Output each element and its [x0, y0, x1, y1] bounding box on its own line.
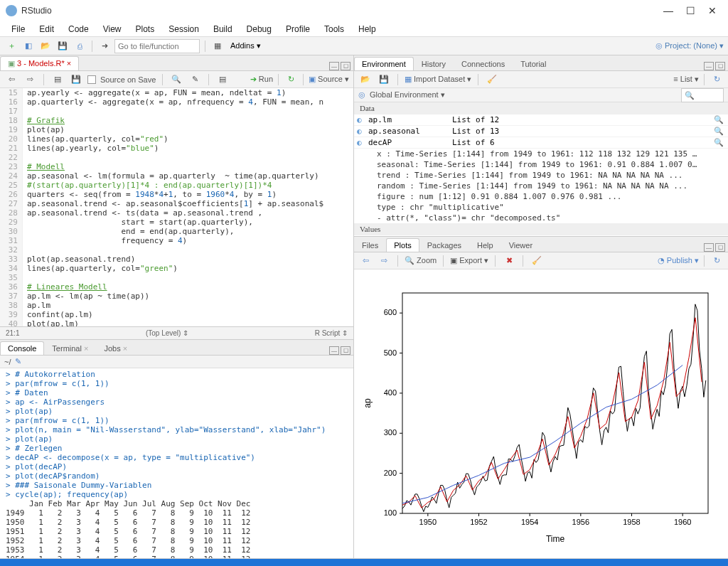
source-status-bar: 21:1 (Top Level) ⇕ R Script ⇕ [0, 326, 353, 339]
window-minimize-button[interactable]: — [663, 5, 673, 16]
file-type-selector[interactable]: R Script ⇕ [315, 329, 348, 337]
find-icon[interactable]: 🔍 [169, 73, 183, 87]
run-button[interactable]: ➔ Run [250, 75, 273, 84]
plots-tab-files[interactable]: Files [354, 238, 386, 252]
menu-session[interactable]: Session [163, 23, 205, 36]
forward-icon[interactable]: ⇨ [23, 73, 37, 87]
plots-tab-plots[interactable]: Plots [386, 238, 419, 252]
console-options-icon[interactable]: ✎ [15, 357, 21, 366]
open-file-icon[interactable]: 📂 [38, 39, 53, 53]
env-values-section: Values [354, 223, 728, 235]
wand-icon[interactable]: ✎ [188, 73, 202, 87]
plots-tab-viewer[interactable]: Viewer [501, 238, 540, 252]
close-tab-icon[interactable]: × [67, 59, 71, 68]
console-tab-console[interactable]: Console [0, 341, 44, 355]
new-file-icon[interactable]: ＋ [4, 39, 18, 53]
pane-maximize-icon[interactable]: ☐ [715, 243, 725, 252]
console-output[interactable]: > # Autokorrelation > par(mfrow = c(1, 1… [0, 368, 353, 558]
grid-icon[interactable]: ▦ [210, 39, 225, 53]
addins-menu[interactable]: Addins ▾ [228, 41, 264, 50]
window-close-button[interactable]: ✕ [708, 5, 717, 16]
svg-text:500: 500 [384, 348, 397, 357]
refresh-plot-icon[interactable]: ↻ [710, 254, 724, 268]
app-title: RStudio [21, 6, 52, 16]
save-source-icon[interactable]: 💾 [69, 73, 83, 87]
pane-minimize-icon[interactable]: — [329, 62, 339, 70]
compile-icon[interactable]: ▤ [215, 73, 230, 87]
main-toolbar: ＋ ◧ 📂 💾 ⎙ ➜ ▦ Addins ▾ ◎ Project: (None)… [0, 37, 728, 55]
svg-text:1954: 1954 [521, 518, 538, 526]
import-dataset-menu[interactable]: ▦ Import Dataset ▾ [405, 75, 471, 84]
source-tab[interactable]: ▣ 3 - Models.R* × [0, 56, 79, 70]
env-tab-connections[interactable]: Connections [454, 57, 513, 70]
back-icon[interactable]: ⇦ [4, 73, 18, 87]
plots-tab-help[interactable]: Help [469, 238, 501, 252]
menu-view[interactable]: View [97, 23, 127, 36]
pane-maximize-icon[interactable]: ☐ [341, 346, 350, 355]
menu-help[interactable]: Help [353, 23, 382, 36]
source-tabbar: ▣ 3 - Models.R* × —☐ [0, 55, 353, 71]
console-tab-jobs[interactable]: Jobs × [96, 341, 135, 355]
file-icon: ▣ [8, 59, 15, 68]
menu-profile[interactable]: Profile [280, 23, 316, 36]
title-bar: RStudio — ☐ ✕ [0, 0, 728, 21]
console-tab-terminal[interactable]: Terminal × [44, 341, 96, 355]
project-menu[interactable]: ◎ Project: (None) ▾ [655, 41, 724, 50]
export-menu[interactable]: ▣ Export ▾ [450, 256, 488, 265]
pane-minimize-icon[interactable]: — [704, 243, 714, 252]
broom-icon[interactable]: 🧹 [485, 73, 499, 87]
menu-build[interactable]: Build [208, 23, 238, 36]
clear-plots-icon[interactable]: 🧹 [530, 254, 544, 268]
list-view-menu[interactable]: ≡ List ▾ [673, 75, 699, 84]
refresh-env-icon[interactable]: ↻ [710, 73, 724, 87]
rerun-icon[interactable]: ↻ [284, 73, 298, 87]
source-toolbar: ⇦ ⇨ ▤ 💾 Source on Save 🔍 ✎ ▤ ➔ Run ↻ ▣ S… [0, 71, 353, 88]
menu-file[interactable]: File [6, 23, 31, 36]
remove-plot-icon[interactable]: ✖ [502, 254, 516, 268]
source-button[interactable]: ▣ Source ▾ [309, 75, 349, 84]
env-item[interactable]: ◐ap.seasonalList of 13🔍 [354, 126, 728, 137]
menu-edit[interactable]: Edit [33, 23, 60, 36]
window-maximize-button[interactable]: ☐ [686, 5, 695, 16]
plots-tab-packages[interactable]: Packages [419, 238, 469, 252]
env-detail-line: figure : num [1:12] 0.91 0.884 1.007 0.9… [354, 191, 728, 202]
env-scope-menu[interactable]: Global Environment ▾ [370, 90, 445, 100]
svg-text:1956: 1956 [572, 518, 589, 526]
env-detail-line: - attr(*, "class")= chr "decomposed.ts" [354, 213, 728, 223]
show-in-new-icon[interactable]: ▤ [50, 73, 65, 87]
save-env-icon[interactable]: 💾 [377, 73, 391, 87]
env-tab-history[interactable]: History [414, 57, 454, 70]
pane-maximize-icon[interactable]: ☐ [341, 62, 350, 70]
goto-arrow-icon[interactable]: ➜ [97, 39, 112, 53]
r-logo-icon: ◎ [358, 90, 365, 100]
menu-code[interactable]: Code [63, 23, 95, 36]
env-tab-environment[interactable]: Environment [354, 57, 414, 70]
menu-debug[interactable]: Debug [241, 23, 277, 36]
console-tabbar: ConsoleTerminal ×Jobs ×—☐ [0, 340, 353, 356]
publish-menu[interactable]: ◔ Publish ▾ [658, 256, 699, 265]
goto-file-input[interactable] [114, 39, 200, 53]
plot-prev-icon[interactable]: ⇦ [358, 254, 373, 268]
code-editor[interactable]: 15 16 17 18 19 20 21 22 23 24 25 26 27 2… [0, 88, 353, 326]
plot-next-icon[interactable]: ⇨ [377, 254, 391, 268]
new-project-icon[interactable]: ◧ [21, 39, 36, 53]
environment-list: Data ◐ap.lmList of 12🔍◐ap.seasonalList o… [354, 102, 728, 236]
source-on-save-checkbox[interactable] [87, 75, 96, 84]
pane-minimize-icon[interactable]: — [329, 346, 339, 355]
svg-text:300: 300 [384, 428, 397, 437]
svg-rect-0 [402, 293, 708, 513]
pane-maximize-icon[interactable]: ☐ [715, 62, 725, 70]
zoom-button[interactable]: 🔍 Zoom [405, 256, 437, 265]
pane-minimize-icon[interactable]: — [704, 62, 714, 70]
save-icon[interactable]: 💾 [55, 39, 70, 53]
scope-selector[interactable]: (Top Level) ⇕ [146, 329, 188, 337]
svg-text:1958: 1958 [623, 518, 640, 526]
menu-plots[interactable]: Plots [130, 23, 161, 36]
env-search-input[interactable] [681, 88, 724, 102]
env-item[interactable]: ◐ap.lmList of 12🔍 [354, 114, 728, 126]
env-tab-tutorial[interactable]: Tutorial [513, 57, 554, 70]
save-all-icon[interactable]: ⎙ [73, 39, 87, 53]
menu-tools[interactable]: Tools [318, 23, 350, 36]
env-item[interactable]: ◐decAPList of 6🔍 [354, 137, 728, 149]
load-icon[interactable]: 📂 [358, 73, 373, 87]
